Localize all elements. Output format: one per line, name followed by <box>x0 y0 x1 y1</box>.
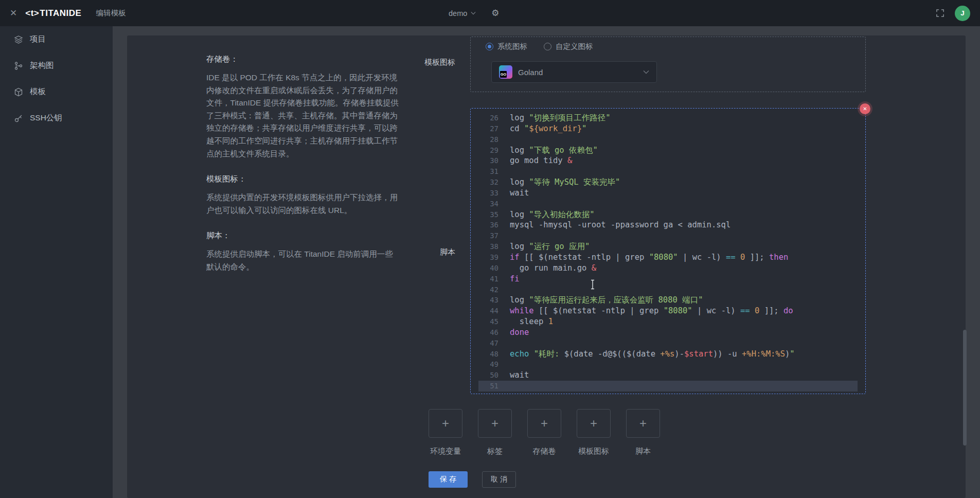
code-line[interactable]: 31 <box>478 166 858 177</box>
code-line-text: go run main.go & <box>510 263 596 274</box>
sidebar-item-architecture[interactable]: 架构图 <box>0 52 113 79</box>
sidebar-item-label: 项目 <box>30 34 46 45</box>
icon-dropdown-value: Goland <box>518 68 543 77</box>
code-line[interactable]: 51 <box>478 381 858 392</box>
radio-custom-icon[interactable]: 自定义图标 <box>544 42 593 51</box>
workspace-select[interactable]: demo <box>449 9 476 17</box>
code-line[interactable]: 27cd "${work_dir}" <box>478 123 858 134</box>
code-line[interactable]: 36mysql -hmysql -uroot -ppassword ga < a… <box>478 220 858 230</box>
help-section-body: IDE 是以 POD 工作在 K8s 节点之上的，因此开发环境内修改的文件在重启… <box>206 72 401 160</box>
gear-icon[interactable]: ⚙ <box>491 9 499 17</box>
code-line[interactable]: 26log "切换到项目工作路径" <box>478 113 858 123</box>
fullscreen-icon[interactable] <box>936 9 945 17</box>
code-line-text: go mod tidy & <box>510 155 572 166</box>
line-number: 46 <box>478 327 498 338</box>
save-button[interactable]: 保 存 <box>429 471 468 488</box>
plus-icon: + <box>590 416 597 431</box>
code-line[interactable]: 41fi <box>478 274 858 284</box>
help-section-title: 模板图标： <box>206 174 401 185</box>
radio-label[interactable]: 系统图标 <box>497 42 527 51</box>
add-tags-button[interactable]: + <box>478 409 512 438</box>
add-tile-label: 脚本 <box>635 447 651 456</box>
add-template-icon-button[interactable]: + <box>577 409 611 438</box>
avatar[interactable]: J <box>955 6 970 21</box>
add-block-row: + 环境变量 + 标签 + 存储卷 + 模板图标 + 脚本 <box>429 409 660 456</box>
code-line-text: echo "耗时: $(date -d@$(($(date +%s)-$star… <box>510 349 795 360</box>
sidebar-item-projects[interactable]: 项目 <box>0 26 113 52</box>
script-field-label: 脚本 <box>388 247 455 257</box>
remove-script-button[interactable]: ✕ <box>860 103 870 114</box>
code-line-text: log "切换到项目工作路径" <box>510 113 611 123</box>
code-line-text: cd "${work_dir}" <box>510 123 586 134</box>
add-storage-volume: + 存储卷 <box>527 409 561 456</box>
add-template-icon: + 模板图标 <box>577 409 611 456</box>
code-line[interactable]: 42 <box>478 284 858 295</box>
code-line[interactable]: 45 sleep 1 <box>478 316 858 327</box>
code-line[interactable]: 50wait <box>478 370 858 381</box>
add-tags: + 标签 <box>478 409 512 456</box>
workspace-select-value: demo <box>449 9 467 17</box>
add-script-button[interactable]: + <box>626 409 660 438</box>
script-editor[interactable]: ✕ 26log "切换到项目工作路径"27cd "${work_dir}"282… <box>470 108 866 394</box>
line-number: 38 <box>478 241 498 252</box>
sidebar-item-label: SSH公钥 <box>30 113 62 123</box>
line-number: 41 <box>478 274 498 284</box>
add-storage-volume-button[interactable]: + <box>527 409 561 438</box>
line-number: 37 <box>478 230 498 241</box>
line-number: 26 <box>478 113 498 123</box>
code-line[interactable]: 47 <box>478 338 858 349</box>
sidebar-item-ssh-keys[interactable]: SSH公钥 <box>0 105 113 131</box>
add-tile-label: 模板图标 <box>578 447 609 456</box>
plus-icon: + <box>491 416 498 431</box>
goland-logo-icon: GO <box>499 65 512 79</box>
code-line[interactable]: 46done <box>478 327 858 338</box>
code-line[interactable]: 28 <box>478 134 858 145</box>
cancel-button[interactable]: 取 消 <box>482 471 516 488</box>
code-line[interactable]: 29log "下载 go 依赖包" <box>478 145 858 156</box>
code-editor-lines[interactable]: 26log "切换到项目工作路径"27cd "${work_dir}"2829l… <box>471 109 865 393</box>
add-env-vars-button[interactable]: + <box>429 409 462 438</box>
radio-label[interactable]: 自定义图标 <box>556 42 593 51</box>
sidebar-item-templates[interactable]: 模板 <box>0 79 113 105</box>
line-number: 45 <box>478 316 498 327</box>
code-line-text: log "等待 MySQL 安装完毕" <box>510 177 620 188</box>
chevron-down-icon <box>643 70 649 74</box>
code-line[interactable]: 48echo "耗时: $(date -d@$(($(date +%s)-$st… <box>478 349 858 360</box>
code-line[interactable]: 33wait <box>478 188 858 199</box>
code-line[interactable]: 38log "运行 go 应用" <box>478 241 858 252</box>
radio-system-icon[interactable]: 系统图标 <box>486 42 527 51</box>
page-scrollbar-thumb[interactable] <box>963 330 967 446</box>
code-line[interactable]: 40 go run main.go & <box>478 263 858 274</box>
code-line[interactable]: 49 <box>478 359 858 370</box>
line-number: 29 <box>478 145 498 156</box>
add-script: + 脚本 <box>626 409 660 456</box>
code-line[interactable]: 35log "导入初始化数据" <box>478 209 858 220</box>
code-line[interactable]: 30go mod tidy & <box>478 155 858 166</box>
line-number: 35 <box>478 209 498 220</box>
action-buttons: 保 存 取 消 <box>429 471 516 488</box>
code-line[interactable]: 34 <box>478 199 858 209</box>
code-line[interactable]: 32log "等待 MySQL 安装完毕" <box>478 177 858 188</box>
code-line-text: wait <box>510 370 529 381</box>
sidebar-item-label: 模板 <box>30 86 46 97</box>
icon-dropdown[interactable]: GO Goland <box>491 61 657 83</box>
topbar-left: ✕ <t>TITANIDE 编辑模板 <box>10 8 126 19</box>
code-line-text: fi <box>510 274 520 284</box>
radio-selected-icon[interactable] <box>486 43 493 50</box>
code-line[interactable]: 37 <box>478 230 858 241</box>
topology-icon <box>14 61 23 70</box>
code-line-text: sleep 1 <box>510 316 553 327</box>
plus-icon: + <box>541 416 548 431</box>
layers-icon <box>14 35 23 44</box>
code-line[interactable]: 44while [[ $(netstat -ntlp | grep "8080"… <box>478 306 858 316</box>
radio-unselected-icon[interactable] <box>544 43 551 50</box>
line-number: 50 <box>478 370 498 381</box>
close-icon[interactable]: ✕ <box>10 9 17 17</box>
code-line-text: log "等待应用运行起来后，应该会监听 8080 端口" <box>510 295 703 306</box>
topbar-center: demo ⚙ <box>449 0 500 26</box>
line-number: 43 <box>478 295 498 306</box>
code-line-text: mysql -hmysql -uroot -ppassword ga < adm… <box>510 220 730 230</box>
code-line[interactable]: 39if [[ $(netstat -ntlp | grep "8080" | … <box>478 252 858 263</box>
code-line[interactable]: 43log "等待应用运行起来后，应该会监听 8080 端口" <box>478 295 858 306</box>
template-icon-field-label: 模板图标 <box>388 58 455 67</box>
